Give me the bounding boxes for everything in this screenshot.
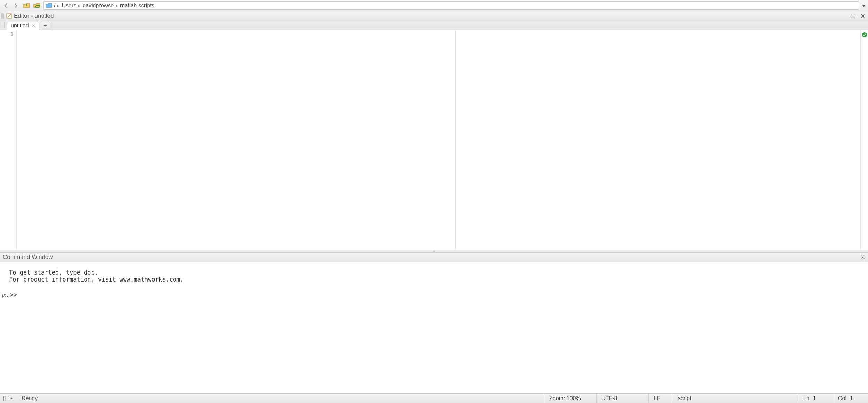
- grip-dot-icon: [433, 250, 435, 252]
- up-one-level-button[interactable]: [22, 1, 31, 10]
- caret-down-icon: [861, 3, 867, 8]
- status-line-ending[interactable]: LF: [649, 394, 673, 403]
- editor-tabstrip: untitled ✕ +: [0, 21, 868, 30]
- status-column-number[interactable]: Col 1: [833, 394, 868, 403]
- editor-pane: Editor - untitled untitled ✕ + 1: [0, 11, 868, 250]
- status-bar: Ready Zoom: 100% UTF-8 LF script Ln 1 Co…: [0, 393, 868, 403]
- chevron-right-icon: ▸: [57, 3, 60, 8]
- command-window-actions-menu[interactable]: [859, 253, 867, 261]
- breadcrumb-segment[interactable]: matlab scripts: [120, 2, 155, 9]
- status-file-type[interactable]: script: [673, 394, 798, 403]
- status-message: Ready: [17, 394, 544, 403]
- line-number: 1: [0, 31, 16, 38]
- zoom-label: Zoom:: [549, 395, 565, 402]
- tab-label: untitled: [11, 23, 29, 29]
- pane-splitter[interactable]: [0, 250, 868, 252]
- command-window-title: Command Window: [1, 254, 857, 261]
- command-output-line: For product information, visit www.mathw…: [2, 276, 866, 283]
- code-analyzer-gutter: [860, 30, 868, 250]
- command-output-line: To get started, type doc.: [2, 269, 866, 276]
- editor-title: Editor - untitled: [14, 13, 847, 19]
- svg-rect-4: [4, 396, 9, 401]
- command-input[interactable]: [19, 291, 866, 298]
- line-number-gutter: 1: [0, 30, 17, 250]
- path-history-dropdown[interactable]: [861, 3, 867, 8]
- layout-button[interactable]: [2, 395, 10, 402]
- drag-handle[interactable]: [2, 22, 5, 28]
- function-browser-button[interactable]: fx: [2, 292, 8, 298]
- editor-tab[interactable]: untitled ✕: [7, 22, 39, 30]
- page-width-guide: [455, 30, 456, 250]
- editor-titlebar: Editor - untitled: [0, 11, 868, 21]
- current-folder-field[interactable]: / ▸ Users ▸ davidprowse ▸ matlab scripts: [43, 1, 859, 10]
- status-encoding[interactable]: UTF-8: [597, 394, 649, 403]
- command-prompt-symbol: >>: [10, 291, 17, 298]
- code-text-area[interactable]: [17, 30, 860, 250]
- circle-caret-down-icon: [851, 14, 855, 18]
- ln-label: Ln: [803, 395, 810, 402]
- layout-icon: [3, 396, 9, 401]
- ln-value: 1: [813, 395, 816, 402]
- status-zoom[interactable]: Zoom: 100%: [544, 394, 597, 403]
- command-window-pane: Command Window To get started, type doc.…: [0, 252, 868, 393]
- breadcrumb-root[interactable]: /: [54, 2, 55, 9]
- zoom-value: 100%: [567, 395, 581, 402]
- forward-button[interactable]: [12, 1, 20, 10]
- close-icon: [860, 14, 865, 18]
- command-window-body[interactable]: To get started, type doc. For product in…: [0, 262, 868, 393]
- editor-icon: [6, 13, 12, 19]
- folder-icon: [46, 3, 52, 8]
- browse-folder-button[interactable]: [33, 1, 41, 10]
- drag-handle[interactable]: [1, 13, 4, 19]
- tab-close-button[interactable]: ✕: [32, 23, 35, 29]
- folder-open-icon: [33, 2, 40, 9]
- plus-icon: +: [43, 22, 47, 30]
- circle-caret-down-icon: [860, 255, 865, 260]
- arrow-right-icon: [13, 2, 19, 9]
- path-toolbar: / ▸ Users ▸ davidprowse ▸ matlab scripts: [0, 0, 868, 11]
- col-value: 1: [850, 395, 853, 402]
- editor-close-button[interactable]: [859, 12, 867, 20]
- folder-up-icon: [23, 2, 30, 9]
- arrow-left-icon: [2, 2, 9, 9]
- command-window-titlebar: Command Window: [0, 252, 868, 262]
- breadcrumb-segment[interactable]: davidprowse: [82, 2, 114, 9]
- editor-actions-menu[interactable]: [849, 12, 857, 20]
- editor-body: 1: [0, 30, 868, 250]
- back-button[interactable]: [1, 1, 10, 10]
- status-line-number[interactable]: Ln 1: [798, 394, 833, 403]
- chevron-right-icon: ▸: [78, 3, 80, 8]
- chevron-right-icon: ▸: [116, 3, 118, 8]
- breadcrumb-segment[interactable]: Users: [62, 2, 76, 9]
- new-tab-button[interactable]: +: [40, 22, 50, 30]
- check-ok-icon: [862, 32, 867, 250]
- col-label: Col: [838, 395, 846, 402]
